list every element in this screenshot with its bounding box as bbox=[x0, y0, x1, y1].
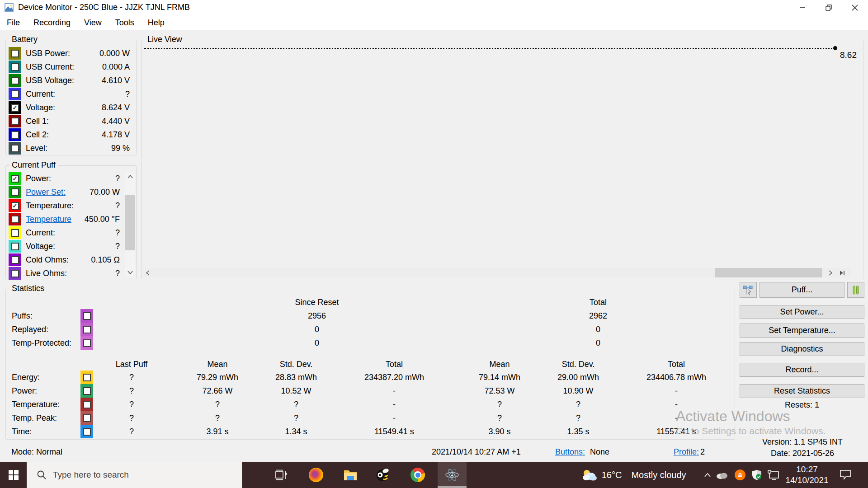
scrollbar-thumb[interactable] bbox=[125, 195, 135, 250]
file-explorer-taskbar-button[interactable] bbox=[340, 462, 361, 488]
scrollbar-thumb[interactable] bbox=[715, 268, 822, 277]
set-power-button[interactable]: Set Power... bbox=[740, 305, 864, 319]
status-bar: Mode: Normal 2021/10/14 10:27 AM +1 Butt… bbox=[0, 445, 868, 462]
task-view-button[interactable] bbox=[270, 462, 292, 488]
series-checkbox[interactable] bbox=[80, 336, 93, 350]
current-puff-scrollbar[interactable] bbox=[125, 172, 135, 277]
temperature-set-link[interactable]: Temperature bbox=[26, 212, 71, 226]
close-button[interactable] bbox=[842, 0, 868, 15]
series-checkbox[interactable]: ✓ bbox=[9, 186, 21, 198]
series-checkbox[interactable] bbox=[80, 323, 93, 336]
series-checkbox[interactable] bbox=[80, 411, 93, 425]
restore-button[interactable] bbox=[816, 0, 842, 15]
battery-row: ✓ Cell 1: 4.440 V bbox=[6, 114, 136, 128]
cell: - bbox=[393, 384, 396, 398]
counter-since-reset: 2956 bbox=[308, 309, 326, 323]
col-header: Std. Dev. bbox=[280, 357, 313, 371]
profile-link[interactable]: Profile: bbox=[674, 447, 699, 457]
chevron-up-icon bbox=[704, 473, 711, 477]
menu-file[interactable]: File bbox=[0, 15, 27, 30]
reset-statistics-button[interactable]: Reset Statistics bbox=[740, 384, 864, 398]
puff-select-icon bbox=[743, 285, 754, 295]
pause-button[interactable] bbox=[847, 282, 864, 298]
set-temperature-button[interactable]: Set Temperature... bbox=[740, 324, 864, 338]
weather-condition[interactable]: Mostly cloudy bbox=[625, 462, 693, 488]
taskbar-search[interactable]: Type here to search bbox=[27, 462, 242, 488]
cell: ? bbox=[129, 398, 134, 411]
device-monitor-taskbar-button[interactable] bbox=[438, 462, 467, 488]
series-value: 4.178 V bbox=[102, 128, 130, 141]
action-center-button[interactable] bbox=[835, 462, 855, 488]
menu-tools[interactable]: Tools bbox=[108, 15, 141, 30]
start-button[interactable] bbox=[0, 462, 27, 488]
diagnostics-button[interactable]: Diagnostics bbox=[740, 342, 864, 356]
series-checkbox[interactable]: ✓ bbox=[9, 101, 21, 114]
series-label: Power: bbox=[26, 172, 51, 185]
firefox-taskbar-button[interactable] bbox=[305, 462, 327, 488]
weather-widget[interactable] bbox=[580, 462, 599, 488]
record-button[interactable]: Record... bbox=[740, 363, 864, 377]
escribe-bee-taskbar-button[interactable] bbox=[372, 462, 394, 488]
scroll-left-button[interactable] bbox=[143, 268, 152, 277]
row-label: Time: bbox=[12, 425, 32, 438]
series-checkbox[interactable] bbox=[80, 384, 93, 398]
scroll-up-button[interactable] bbox=[125, 172, 135, 181]
current-puff-group-caption: Current Puff bbox=[9, 160, 58, 170]
series-checkbox[interactable]: ✓ bbox=[9, 88, 21, 100]
series-checkbox[interactable]: ✓ bbox=[9, 115, 21, 127]
series-value: 99 % bbox=[111, 141, 130, 155]
series-value: 450.00 °F bbox=[85, 212, 120, 226]
series-checkbox[interactable] bbox=[80, 309, 93, 323]
checkbox: ✓ bbox=[11, 117, 19, 125]
cell: 29.00 mWh bbox=[557, 371, 599, 384]
avast-tray-icon[interactable]: a bbox=[733, 462, 747, 488]
scroll-right-button[interactable] bbox=[826, 268, 835, 277]
series-checkbox[interactable]: ✓ bbox=[9, 172, 21, 185]
series-checkbox[interactable]: ✓ bbox=[9, 267, 21, 280]
current-puff-row: ✓ Temperature 450.00 °F bbox=[6, 212, 136, 226]
current-puff-row: ✓ Power: ? bbox=[6, 172, 136, 185]
series-checkbox[interactable]: ✓ bbox=[9, 128, 21, 141]
weather-temperature[interactable]: 16°C bbox=[600, 462, 623, 488]
menu-help[interactable]: Help bbox=[141, 15, 171, 30]
onedrive-tray-icon[interactable] bbox=[715, 462, 729, 488]
puff-monitor-button[interactable] bbox=[740, 282, 757, 298]
checkbox bbox=[83, 339, 91, 347]
series-checkbox[interactable]: ✓ bbox=[9, 142, 21, 155]
checkbox bbox=[83, 414, 91, 422]
series-value: ? bbox=[115, 267, 120, 280]
series-checkbox[interactable]: ✓ bbox=[9, 240, 21, 253]
menu-bar: File Recording View Tools Help bbox=[0, 15, 868, 30]
series-checkbox[interactable]: ✓ bbox=[9, 199, 21, 212]
chrome-taskbar-button[interactable] bbox=[407, 462, 429, 488]
counter-total: 2962 bbox=[589, 309, 607, 323]
col-header: Total bbox=[668, 357, 685, 371]
live-view-scrollbar[interactable] bbox=[143, 268, 851, 277]
series-checkbox[interactable] bbox=[80, 425, 93, 438]
buttons-link[interactable]: Buttons: bbox=[555, 447, 585, 457]
tray-expand-button[interactable] bbox=[701, 462, 714, 488]
series-checkbox[interactable]: ✓ bbox=[9, 47, 21, 60]
title-bar: Device Monitor - 250C Blue - JJZK TJNL F… bbox=[0, 0, 868, 15]
cell: ? bbox=[497, 398, 502, 411]
series-checkbox[interactable]: ✓ bbox=[9, 253, 21, 266]
minimize-button[interactable] bbox=[789, 0, 816, 15]
series-checkbox[interactable]: ✓ bbox=[9, 61, 21, 73]
puff-button[interactable]: Puff... bbox=[760, 282, 844, 298]
scroll-to-end-button[interactable] bbox=[838, 268, 847, 277]
scroll-down-button[interactable] bbox=[125, 268, 135, 277]
series-checkbox[interactable] bbox=[80, 398, 93, 411]
series-value: ? bbox=[125, 87, 130, 101]
menu-view[interactable]: View bbox=[77, 15, 108, 30]
series-checkbox[interactable] bbox=[80, 371, 93, 384]
taskbar-clock[interactable]: 10:27 14/10/2021 bbox=[775, 462, 839, 488]
task-view-icon bbox=[275, 469, 288, 481]
firmware-version: Version: 1.1 SP45 INT bbox=[741, 437, 863, 447]
series-checkbox[interactable]: ✓ bbox=[9, 213, 21, 225]
menu-recording[interactable]: Recording bbox=[27, 15, 77, 30]
series-checkbox[interactable]: ✓ bbox=[9, 226, 21, 239]
windows-security-tray-icon[interactable] bbox=[750, 462, 764, 488]
battery-row: ✓ USB Power: 0.000 W bbox=[6, 47, 136, 60]
power-set-link[interactable]: Power Set: bbox=[26, 185, 66, 199]
series-checkbox[interactable]: ✓ bbox=[9, 74, 21, 87]
